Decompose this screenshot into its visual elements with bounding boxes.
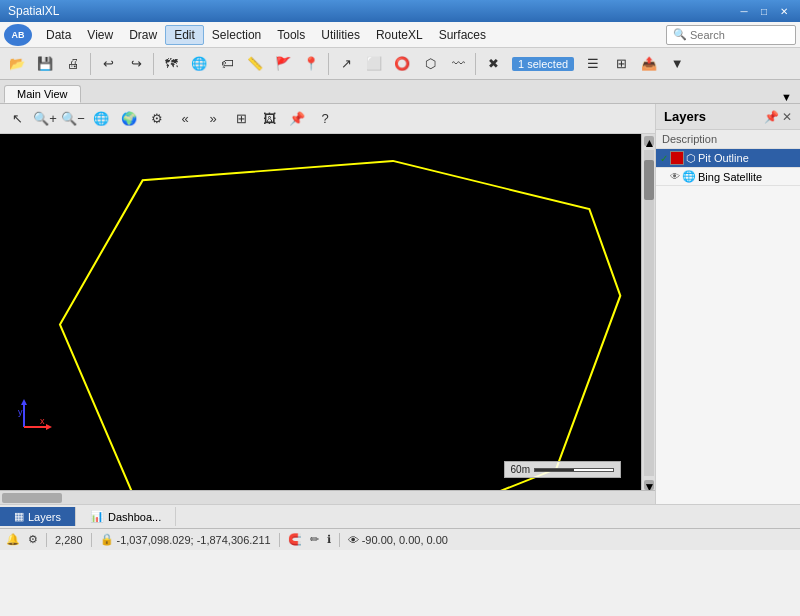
selected-badge: 1 selected xyxy=(512,57,574,71)
vscroll-track[interactable] xyxy=(644,150,654,476)
toolbar-save[interactable]: 💾 xyxy=(32,51,58,77)
layer-row-pit-outline[interactable]: ✓ ⬡ Pit Outline xyxy=(656,149,800,168)
undo-icon: ↩ xyxy=(103,56,114,71)
snap-tool[interactable]: 🧲 xyxy=(288,533,302,546)
layers-header: Layers 📌 ✕ xyxy=(656,104,800,130)
pencil-icon: ✏ xyxy=(310,533,319,546)
toolbar-undo[interactable]: ↩ xyxy=(95,51,121,77)
canvas-scroll-area: y x 60m ▲ ▼ xyxy=(0,134,655,490)
zoom-in-tool[interactable]: 🔍+ xyxy=(32,106,58,132)
folder-icon: 📂 xyxy=(9,56,25,71)
image-tool[interactable]: 🖼 xyxy=(256,106,282,132)
layer-name-2: Bing Satellite xyxy=(698,171,762,183)
tab-close-btn[interactable]: ▼ xyxy=(777,91,796,103)
help-tool[interactable]: ? xyxy=(312,106,338,132)
globe-tool2[interactable]: 🌍 xyxy=(116,106,142,132)
status-div4 xyxy=(339,533,340,547)
grid-icon: ⊞ xyxy=(236,111,247,126)
print-icon: 🖨 xyxy=(67,56,80,71)
title-bar: SpatialXL ─ □ ✕ xyxy=(0,0,800,22)
layers-close-button[interactable]: ✕ xyxy=(782,110,792,124)
vertical-scrollbar[interactable]: ▲ ▼ xyxy=(641,134,655,490)
list-icon: ☰ xyxy=(587,56,599,71)
coordinates-display: 🔒 -1,037,098.029; -1,874,306.211 xyxy=(100,533,271,546)
toolbar: 📂 💾 🖨 ↩ ↪ 🗺 🌐 🏷 📏 🚩 📍 ↗ ⬜ ⭕ ⬡ 〰 ✖ 1 sele… xyxy=(0,48,800,80)
dashboard-bottom-tab[interactable]: 📊 Dashboa... xyxy=(76,507,176,526)
globe-tool1[interactable]: 🌐 xyxy=(88,106,114,132)
toolbar-btn4[interactable]: 🌐 xyxy=(186,51,212,77)
bookmark-tool[interactable]: 📌 xyxy=(284,106,310,132)
edit-tool[interactable]: ✏ xyxy=(310,533,319,546)
layer-check-2[interactable]: ✓ xyxy=(660,171,668,182)
layer-row-bing[interactable]: ✓ 👁 🌐 Bing Satellite xyxy=(656,168,800,186)
toolbar-select4[interactable]: 〰 xyxy=(445,51,471,77)
search-input[interactable] xyxy=(690,29,789,41)
save-icon: 💾 xyxy=(37,56,53,71)
rotation-display: 👁 -90.00, 0.00, 0.00 xyxy=(348,534,448,546)
layers-bottom-tab[interactable]: ▦ Layers xyxy=(0,507,76,526)
toolbar-select2[interactable]: ⭕ xyxy=(389,51,415,77)
menu-data[interactable]: Data xyxy=(38,26,79,44)
toolbar-select3[interactable]: ⬡ xyxy=(417,51,443,77)
next-extent[interactable]: » xyxy=(200,106,226,132)
menu-surfaces[interactable]: Surfaces xyxy=(431,26,494,44)
zoom-value: 2,280 xyxy=(55,534,83,546)
hscroll-thumb[interactable] xyxy=(2,493,62,503)
toolbar-export[interactable]: 📤 xyxy=(636,51,662,77)
main-view-tab[interactable]: Main View xyxy=(4,85,81,103)
toolbar-btn3[interactable]: 🗺 xyxy=(158,51,184,77)
status-gear-icon: ⚙ xyxy=(28,533,38,546)
scale-bar: 60m xyxy=(504,461,621,478)
layer-tile-icon-2: 🌐 xyxy=(682,170,696,183)
bottom-tabs: ▦ Layers 📊 Dashboa... xyxy=(0,504,800,528)
toolbar-redo[interactable]: ↪ xyxy=(123,51,149,77)
prev-extent[interactable]: « xyxy=(172,106,198,132)
vscroll-up[interactable]: ▲ xyxy=(644,136,654,146)
toolbar-btn7[interactable]: 🚩 xyxy=(270,51,296,77)
menu-routexl[interactable]: RouteXL xyxy=(368,26,431,44)
minimize-button[interactable]: ─ xyxy=(736,4,752,18)
toolbar-delete[interactable]: ✖ xyxy=(480,51,506,77)
svg-marker-2 xyxy=(21,399,27,405)
pin-icon: 📍 xyxy=(303,56,319,71)
layer-eye-2[interactable]: 👁 xyxy=(670,171,680,182)
toolbar-btn8[interactable]: 📍 xyxy=(298,51,324,77)
horizontal-scrollbar[interactable] xyxy=(0,490,655,504)
zoom-out-tool[interactable]: 🔍− xyxy=(60,106,86,132)
toolbar-sep2 xyxy=(153,53,154,75)
vscroll-down[interactable]: ▼ xyxy=(644,480,654,490)
help-icon: ? xyxy=(321,111,328,126)
canvas-wrapper[interactable]: y x 60m xyxy=(0,134,641,490)
menu-utilities[interactable]: Utilities xyxy=(313,26,368,44)
toolbar-select1[interactable]: ⬜ xyxy=(361,51,387,77)
toolbar-sep4 xyxy=(475,53,476,75)
maximize-button[interactable]: □ xyxy=(756,4,772,18)
info-icon: ℹ xyxy=(327,533,331,546)
flag-icon: 🚩 xyxy=(275,56,291,71)
toolbar-cursor[interactable]: ↗ xyxy=(333,51,359,77)
status-div1 xyxy=(46,533,47,547)
menu-draw[interactable]: Draw xyxy=(121,26,165,44)
layer-check-1[interactable]: ✓ xyxy=(660,153,668,164)
menu-view[interactable]: View xyxy=(79,26,121,44)
toolbar-dropdown[interactable]: ▼ xyxy=(664,51,690,77)
close-button[interactable]: ✕ xyxy=(776,4,792,18)
status-notification: 🔔 xyxy=(6,533,20,546)
toolbar-btn6[interactable]: 📏 xyxy=(242,51,268,77)
select-tool[interactable]: ↖ xyxy=(4,106,30,132)
menu-selection[interactable]: Selection xyxy=(204,26,269,44)
toolbar-print[interactable]: 🖨 xyxy=(60,51,86,77)
toolbar-open[interactable]: 📂 xyxy=(4,51,30,77)
toolbar-prop2[interactable]: ⊞ xyxy=(608,51,634,77)
coordinates-value: -1,037,098.029; -1,874,306.211 xyxy=(117,534,271,546)
toolbar-prop1[interactable]: ☰ xyxy=(580,51,606,77)
menu-edit[interactable]: Edit xyxy=(165,25,204,45)
info-tool[interactable]: ℹ xyxy=(327,533,331,546)
menu-tools[interactable]: Tools xyxy=(269,26,313,44)
grid-tool[interactable]: ⊞ xyxy=(228,106,254,132)
toolbar-btn5[interactable]: 🏷 xyxy=(214,51,240,77)
search-box[interactable]: 🔍 xyxy=(666,25,796,45)
vscroll-thumb[interactable] xyxy=(644,160,654,200)
layers-pin-button[interactable]: 📌 xyxy=(764,110,779,124)
settings-tool[interactable]: ⚙ xyxy=(144,106,170,132)
